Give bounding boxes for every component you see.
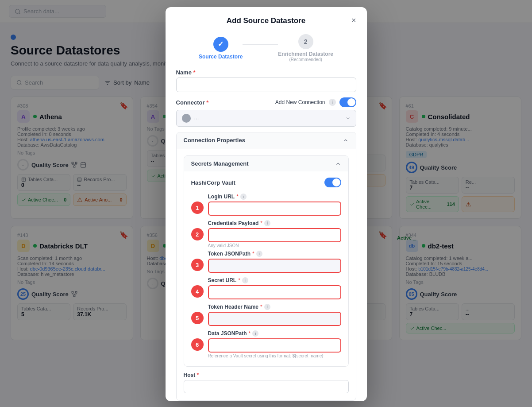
modal: Add Source Datastore × ✓ Source Datastor…: [166, 7, 367, 401]
field-row-6: 6 Data JSONPath * i Reference a Vault se…: [191, 330, 341, 358]
step-1: ✓ Source Datastore: [199, 37, 243, 60]
field-1-info[interactable]: i: [240, 194, 247, 200]
connector-icon: [182, 114, 191, 123]
step-badge-6: 6: [191, 338, 204, 351]
step-2-sublabel: (Recommended): [289, 57, 322, 62]
hashicorp-row: HashiCorp Vault: [191, 178, 341, 187]
host-label: Host *: [184, 372, 349, 378]
field-2-info[interactable]: i: [264, 220, 270, 226]
field-row-2: 2 Credentials Payload * i Any valid JSON: [191, 220, 341, 248]
step-2-label: Enrichment Datastore: [278, 51, 333, 57]
name-input[interactable]: [176, 78, 356, 92]
step-2: 2 Enrichment Datastore (Recommended): [278, 34, 333, 62]
field-3-label-row: Token JSONPath * i: [208, 251, 341, 257]
step-badge-3: 3: [191, 259, 204, 271]
field-2-hint: Any valid JSON: [208, 243, 341, 248]
field-1-label: Login URL: [208, 194, 235, 200]
field-4-label: Secret URL: [208, 277, 237, 283]
field-6-hint: Reference a Vault secret using this form…: [208, 353, 341, 358]
secrets-mgmt-label: Secrets Management: [191, 160, 249, 167]
field-5-label-row: Token Header Name * i: [208, 304, 341, 310]
hashicorp-label: HashiCorp Vault: [191, 179, 235, 186]
connector-label: Connector *: [176, 99, 209, 106]
field-2-label-row: Credentials Payload * i: [208, 220, 341, 226]
field-6-label: Data JSONPath: [208, 330, 247, 337]
field-6-label-row: Data JSONPath * i: [208, 330, 341, 337]
field-1-required: *: [236, 194, 239, 200]
modal-overlay: Add Source Datastore × ✓ Source Datastor…: [0, 0, 532, 407]
chevron-down-icon: [345, 116, 351, 121]
hashicorp-toggle[interactable]: [324, 178, 341, 187]
field-3-info[interactable]: i: [256, 251, 262, 257]
collapse-icon[interactable]: [343, 137, 349, 143]
add-conn-toggle[interactable]: [339, 97, 356, 107]
name-field: Name *: [176, 69, 356, 92]
field-row-5: 5 Token Header Name * i: [191, 304, 341, 326]
toggle-knob: [347, 98, 355, 106]
conn-props-header: Connection Properties: [177, 132, 356, 148]
field-4-info[interactable]: i: [242, 277, 248, 283]
secrets-body: HashiCorp Vault 1 Login URL: [184, 171, 348, 366]
field-row-3: 3 Token JSONPath * i: [191, 251, 341, 273]
modal-steps: ✓ Source Datastore 2 Enrichment Datastor…: [166, 25, 367, 69]
connector-select[interactable]: ···: [176, 110, 356, 127]
add-conn-label: Add New Connection: [275, 99, 325, 105]
add-conn-row: Add New Connection i: [275, 97, 356, 107]
modal-header: Add Source Datastore ×: [166, 7, 367, 25]
field-3-input[interactable]: [208, 259, 341, 273]
field-4-content: Secret URL * i: [208, 277, 341, 299]
field-4-input[interactable]: [208, 285, 341, 299]
field-2-label: Credentials Payload: [208, 220, 259, 226]
field-5-label: Token Header Name: [208, 304, 259, 310]
step-2-circle: 2: [298, 34, 313, 49]
step-badge-4: 4: [191, 285, 204, 298]
add-conn-info-icon[interactable]: i: [329, 99, 336, 106]
step-badge-2: 2: [191, 228, 204, 240]
name-required: *: [193, 69, 196, 76]
step-badge-1: 1: [191, 202, 204, 214]
field-6-info[interactable]: i: [252, 330, 258, 337]
modal-close-button[interactable]: ×: [351, 16, 356, 25]
step-1-circle: ✓: [213, 37, 228, 52]
field-3-label: Token JSONPath: [208, 251, 251, 257]
secrets-mgmt-section: Secrets Management HashiCorp Vault: [184, 155, 349, 367]
connector-text: ···: [194, 115, 199, 122]
connector-select-wrapper: ···: [176, 110, 356, 127]
secrets-mgmt-header[interactable]: Secrets Management: [184, 156, 348, 171]
field-5-info[interactable]: i: [264, 304, 270, 310]
field-5-input[interactable]: [208, 312, 341, 326]
host-field: Host *: [184, 372, 349, 393]
modal-title: Add Source Datastore: [221, 16, 311, 25]
step-badge-5: 5: [191, 312, 204, 324]
conn-props-body: Secrets Management HashiCorp Vault: [177, 148, 356, 400]
hashicorp-toggle-knob: [332, 178, 340, 186]
connector-value: ···: [182, 114, 199, 123]
field-6-input[interactable]: [208, 338, 341, 353]
field-6-content: Data JSONPath * i Reference a Vault secr…: [208, 330, 341, 358]
host-input[interactable]: [184, 380, 349, 393]
field-3-content: Token JSONPath * i: [208, 251, 341, 273]
name-label: Name *: [176, 69, 356, 76]
field-2-input[interactable]: [208, 228, 341, 242]
secrets-collapse-icon[interactable]: [335, 161, 341, 167]
field-2-content: Credentials Payload * i Any valid JSON: [208, 220, 341, 248]
conn-props-section: Connection Properties Secrets Management: [176, 132, 356, 401]
field-row-1: 1 Login URL * i: [191, 194, 341, 216]
field-5-content: Token Header Name * i: [208, 304, 341, 326]
connector-header: Connector * Add New Connection i: [176, 97, 356, 107]
step-1-label: Source Datastore: [199, 54, 243, 60]
field-row-4: 4 Secret URL * i: [191, 277, 341, 299]
modal-body: Name * Connector * Add New Connection i: [166, 69, 367, 401]
field-1-input[interactable]: [208, 202, 341, 216]
field-1-content: Login URL * i: [208, 194, 341, 216]
field-4-label-row: Secret URL * i: [208, 277, 341, 283]
field-1-label-row: Login URL * i: [208, 194, 341, 200]
step-connector: [243, 44, 278, 45]
modal-close-area: ×: [311, 16, 356, 25]
conn-props-label: Connection Properties: [184, 137, 245, 143]
